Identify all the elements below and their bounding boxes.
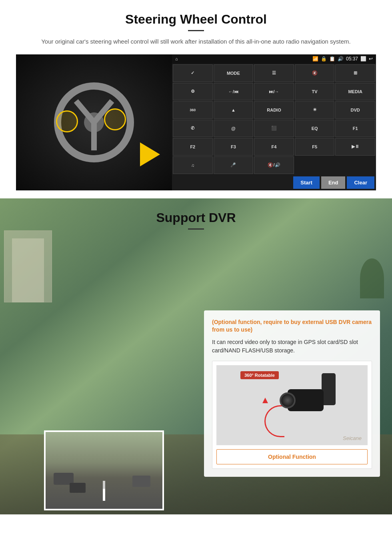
status-recent[interactable]: ⬜ — [360, 56, 366, 62]
btn-playpause[interactable]: ▶⏸ — [335, 138, 375, 156]
btn-f4[interactable]: F4 — [254, 138, 294, 156]
steering-photo — [16, 54, 172, 190]
btn-music[interactable]: ♫ — [173, 156, 213, 174]
dvr-optional-notice: (Optional function, require to buy exter… — [212, 318, 372, 334]
dvr-title-block: Support DVR — [0, 210, 392, 230]
rotation-arrow — [262, 398, 268, 403]
status-time: 05:37 — [346, 56, 358, 62]
btn-dvd[interactable]: DVD — [335, 101, 375, 119]
btn-phone[interactable]: ✆ — [173, 120, 213, 137]
start-button[interactable]: Start — [293, 176, 320, 189]
btn-media[interactable]: MEDIA — [335, 83, 375, 100]
rotation-arc — [264, 405, 284, 437]
btn-f5[interactable]: F5 — [295, 138, 335, 156]
btn-internet[interactable]: @ — [214, 120, 254, 137]
status-lock: 🔒 — [321, 56, 327, 62]
btn-mute[interactable]: 🔇 — [295, 64, 335, 82]
rotatable-badge: 360° Rotatable — [240, 371, 279, 379]
btn-prev[interactable]: ←/⏮ — [214, 83, 254, 100]
road-line — [103, 489, 105, 501]
steering-wheel-bg — [16, 54, 172, 190]
ui-statusbar: ⌂ 📶 🔒 📋 🔊 05:37 ⬜ ↩ — [172, 54, 376, 64]
road-visual — [46, 432, 162, 509]
btn-eq[interactable]: EQ — [295, 120, 335, 137]
btn-f2[interactable]: F2 — [173, 138, 213, 156]
ui-button-grid: ✓ MODE ☰ 🔇 ⊞ ⚙ ←/⏮ ⏭/→ TV MEDIA 360 ▲ RA… — [172, 64, 376, 175]
dvr-section: Support DVR (Optional function, require … — [0, 198, 392, 514]
steering-content: ⌂ 📶 🔒 📋 🔊 05:37 ⬜ ↩ ✓ MODE ☰ 🔇 ⊞ — [16, 54, 376, 190]
ui-panel: ⌂ 📶 🔒 📋 🔊 05:37 ⬜ ↩ ✓ MODE ☰ 🔇 ⊞ — [172, 54, 376, 190]
sw-spoke-bottom — [91, 122, 97, 150]
status-wifi: 📶 — [312, 56, 318, 62]
clear-button[interactable]: Clear — [347, 176, 374, 189]
status-home[interactable]: ⌂ — [175, 56, 178, 61]
btn-menu[interactable]: ☰ — [254, 64, 294, 82]
dvr-content: Support DVR (Optional function, require … — [0, 198, 392, 230]
status-sim: 📋 — [329, 56, 335, 62]
btn-mic[interactable]: 🎤 — [214, 156, 254, 174]
end-button[interactable]: End — [321, 176, 346, 189]
btn-screen[interactable]: ⬛ — [254, 120, 294, 137]
steering-title: Steering Wheel Control — [16, 12, 376, 27]
btn-radio[interactable]: RADIO — [254, 101, 294, 119]
btn-mode[interactable]: MODE — [214, 64, 254, 82]
right-control-circle — [104, 108, 126, 130]
dvr-camera-visual: 360° Rotatable Seicane — [216, 365, 368, 445]
status-volume: 🔊 — [338, 56, 344, 62]
left-control-circle — [56, 110, 78, 132]
watermark: Seicane — [343, 435, 362, 441]
steering-arrow — [140, 142, 160, 166]
dvr-product-box: 360° Rotatable Seicane Optional Function — [212, 361, 372, 469]
btn-apps[interactable]: ⊞ — [335, 64, 375, 82]
steering-subtitle: Your original car's steering wheel contr… — [32, 37, 360, 46]
title-divider — [188, 30, 204, 31]
btn-settings[interactable]: ⚙ — [173, 83, 213, 100]
dvr-info-card: (Optional function, require to buy exter… — [204, 310, 380, 477]
btn-360[interactable]: 360 — [173, 101, 213, 119]
small-road-photo — [44, 430, 164, 510]
dvr-title: Support DVR — [0, 210, 392, 225]
steering-section: Steering Wheel Control Your original car… — [0, 0, 392, 198]
btn-f3[interactable]: F3 — [214, 138, 254, 156]
dvr-description: It can record video only to storage in G… — [212, 338, 372, 355]
status-right: 📶 🔒 📋 🔊 05:37 ⬜ ↩ — [312, 56, 373, 62]
btn-nav[interactable]: ✓ — [173, 64, 213, 82]
btn-next[interactable]: ⏭/→ — [254, 83, 294, 100]
btn-f1[interactable]: F1 — [335, 120, 375, 137]
status-back[interactable]: ↩ — [369, 56, 373, 62]
btn-brightness[interactable]: ☀ — [295, 101, 335, 119]
btn-eject[interactable]: ▲ — [214, 101, 254, 119]
optional-function-label: Optional Function — [216, 449, 368, 464]
btn-volmute[interactable]: 🔇/🔊 — [254, 156, 294, 174]
ui-bottom-row: Start End Clear — [172, 175, 376, 190]
dvr-divider — [188, 228, 204, 230]
btn-tv[interactable]: TV — [295, 83, 335, 100]
